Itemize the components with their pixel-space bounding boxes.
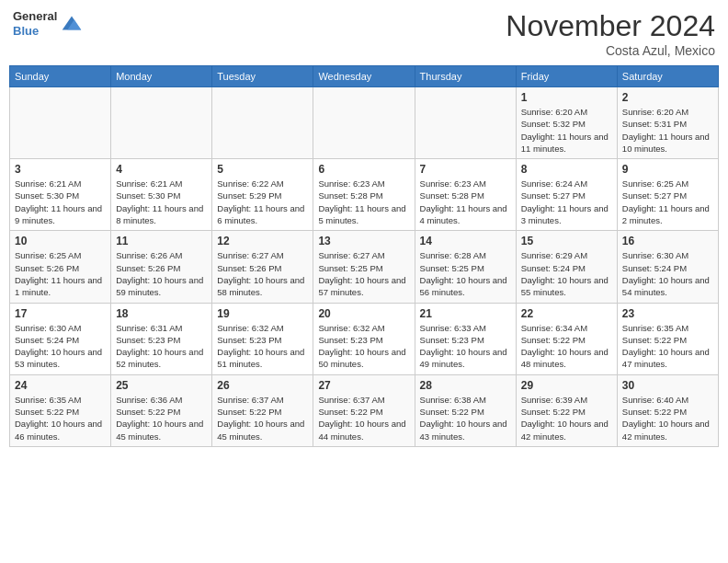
day-number: 21 bbox=[420, 307, 511, 320]
day-number: 6 bbox=[318, 163, 409, 176]
calendar-cell: 26Sunrise: 6:37 AM Sunset: 5:22 PM Dayli… bbox=[212, 374, 313, 446]
day-number: 9 bbox=[622, 163, 713, 176]
day-info: Sunrise: 6:40 AM Sunset: 5:22 PM Dayligh… bbox=[622, 394, 713, 442]
calendar-week-row: 1Sunrise: 6:20 AM Sunset: 5:32 PM Daylig… bbox=[10, 87, 719, 159]
day-info: Sunrise: 6:34 AM Sunset: 5:22 PM Dayligh… bbox=[521, 322, 612, 371]
calendar-cell: 11Sunrise: 6:26 AM Sunset: 5:26 PM Dayli… bbox=[111, 231, 212, 303]
calendar-week-row: 3Sunrise: 6:21 AM Sunset: 5:30 PM Daylig… bbox=[10, 159, 719, 231]
weekday-header: Sunday bbox=[10, 66, 111, 87]
day-info: Sunrise: 6:36 AM Sunset: 5:22 PM Dayligh… bbox=[116, 394, 207, 442]
day-info: Sunrise: 6:21 AM Sunset: 5:30 PM Dayligh… bbox=[15, 178, 106, 226]
day-number: 5 bbox=[217, 163, 308, 176]
day-number: 25 bbox=[116, 379, 207, 392]
day-info: Sunrise: 6:20 AM Sunset: 5:31 PM Dayligh… bbox=[622, 106, 713, 155]
day-info: Sunrise: 6:33 AM Sunset: 5:23 PM Dayligh… bbox=[420, 322, 511, 371]
day-number: 15 bbox=[521, 235, 612, 247]
day-number: 18 bbox=[116, 307, 207, 320]
weekday-header: Tuesday bbox=[212, 66, 313, 87]
calendar-cell: 5Sunrise: 6:22 AM Sunset: 5:29 PM Daylig… bbox=[212, 159, 313, 231]
day-number: 8 bbox=[521, 163, 612, 176]
calendar-cell: 14Sunrise: 6:28 AM Sunset: 5:25 PM Dayli… bbox=[415, 231, 516, 303]
day-info: Sunrise: 6:35 AM Sunset: 5:22 PM Dayligh… bbox=[15, 394, 106, 442]
page-header: General Blue November 2024 Costa Azul, M… bbox=[9, 9, 719, 58]
calendar-table: SundayMondayTuesdayWednesdayThursdayFrid… bbox=[9, 65, 719, 447]
calendar-cell: 21Sunrise: 6:33 AM Sunset: 5:23 PM Dayli… bbox=[415, 303, 516, 374]
calendar-cell: 16Sunrise: 6:30 AM Sunset: 5:24 PM Dayli… bbox=[617, 231, 718, 303]
day-number: 28 bbox=[420, 379, 511, 392]
day-number: 23 bbox=[622, 307, 713, 320]
weekday-header: Friday bbox=[516, 66, 617, 87]
calendar-cell: 19Sunrise: 6:32 AM Sunset: 5:23 PM Dayli… bbox=[212, 303, 313, 374]
calendar-cell: 3Sunrise: 6:21 AM Sunset: 5:30 PM Daylig… bbox=[10, 159, 111, 231]
day-info: Sunrise: 6:37 AM Sunset: 5:22 PM Dayligh… bbox=[318, 394, 409, 442]
day-number: 24 bbox=[15, 379, 106, 392]
weekday-header: Wednesday bbox=[313, 66, 415, 87]
calendar-body: 1Sunrise: 6:20 AM Sunset: 5:32 PM Daylig… bbox=[10, 87, 719, 447]
day-number: 11 bbox=[116, 235, 207, 247]
calendar-cell: 27Sunrise: 6:37 AM Sunset: 5:22 PM Dayli… bbox=[313, 374, 415, 446]
calendar-cell: 13Sunrise: 6:27 AM Sunset: 5:25 PM Dayli… bbox=[313, 231, 415, 303]
day-number: 20 bbox=[318, 307, 409, 320]
calendar-cell: 2Sunrise: 6:20 AM Sunset: 5:31 PM Daylig… bbox=[617, 87, 718, 159]
day-number: 2 bbox=[622, 91, 713, 104]
calendar-week-row: 24Sunrise: 6:35 AM Sunset: 5:22 PM Dayli… bbox=[10, 374, 719, 446]
day-number: 14 bbox=[420, 235, 511, 247]
day-number: 3 bbox=[15, 163, 106, 176]
day-info: Sunrise: 6:22 AM Sunset: 5:29 PM Dayligh… bbox=[217, 178, 308, 226]
calendar-cell: 10Sunrise: 6:25 AM Sunset: 5:26 PM Dayli… bbox=[10, 231, 111, 303]
day-info: Sunrise: 6:30 AM Sunset: 5:24 PM Dayligh… bbox=[622, 249, 713, 298]
day-number: 7 bbox=[420, 163, 511, 176]
day-info: Sunrise: 6:29 AM Sunset: 5:24 PM Dayligh… bbox=[521, 249, 612, 298]
calendar-cell: 9Sunrise: 6:25 AM Sunset: 5:27 PM Daylig… bbox=[617, 159, 718, 231]
title-area: November 2024 Costa Azul, Mexico bbox=[506, 9, 715, 58]
calendar-cell: 15Sunrise: 6:29 AM Sunset: 5:24 PM Dayli… bbox=[516, 231, 617, 303]
weekday-row: SundayMondayTuesdayWednesdayThursdayFrid… bbox=[10, 66, 719, 87]
day-number: 10 bbox=[15, 235, 106, 247]
weekday-header: Monday bbox=[111, 66, 212, 87]
weekday-header: Saturday bbox=[617, 66, 718, 87]
calendar-header: SundayMondayTuesdayWednesdayThursdayFrid… bbox=[10, 66, 719, 87]
logo-blue: Blue bbox=[13, 24, 57, 39]
calendar-cell: 22Sunrise: 6:34 AM Sunset: 5:22 PM Dayli… bbox=[516, 303, 617, 374]
weekday-header: Thursday bbox=[415, 66, 516, 87]
calendar-cell: 30Sunrise: 6:40 AM Sunset: 5:22 PM Dayli… bbox=[617, 374, 718, 446]
day-number: 22 bbox=[521, 307, 612, 320]
calendar-cell: 25Sunrise: 6:36 AM Sunset: 5:22 PM Dayli… bbox=[111, 374, 212, 446]
day-info: Sunrise: 6:38 AM Sunset: 5:22 PM Dayligh… bbox=[420, 394, 511, 442]
logo-icon bbox=[59, 11, 85, 37]
calendar-cell bbox=[212, 87, 313, 159]
day-info: Sunrise: 6:31 AM Sunset: 5:23 PM Dayligh… bbox=[116, 322, 207, 371]
day-info: Sunrise: 6:21 AM Sunset: 5:30 PM Dayligh… bbox=[116, 178, 207, 226]
calendar-cell bbox=[10, 87, 111, 159]
day-info: Sunrise: 6:25 AM Sunset: 5:26 PM Dayligh… bbox=[15, 249, 106, 298]
calendar-cell: 23Sunrise: 6:35 AM Sunset: 5:22 PM Dayli… bbox=[617, 303, 718, 374]
day-info: Sunrise: 6:27 AM Sunset: 5:25 PM Dayligh… bbox=[318, 249, 409, 298]
day-info: Sunrise: 6:30 AM Sunset: 5:24 PM Dayligh… bbox=[15, 322, 106, 371]
day-number: 17 bbox=[15, 307, 106, 320]
calendar-cell: 7Sunrise: 6:23 AM Sunset: 5:28 PM Daylig… bbox=[415, 159, 516, 231]
calendar-cell: 29Sunrise: 6:39 AM Sunset: 5:22 PM Dayli… bbox=[516, 374, 617, 446]
day-number: 13 bbox=[318, 235, 409, 247]
calendar-cell: 4Sunrise: 6:21 AM Sunset: 5:30 PM Daylig… bbox=[111, 159, 212, 231]
calendar-cell: 12Sunrise: 6:27 AM Sunset: 5:26 PM Dayli… bbox=[212, 231, 313, 303]
day-number: 26 bbox=[217, 379, 308, 392]
calendar-week-row: 10Sunrise: 6:25 AM Sunset: 5:26 PM Dayli… bbox=[10, 231, 719, 303]
location: Costa Azul, Mexico bbox=[506, 43, 715, 58]
calendar-week-row: 17Sunrise: 6:30 AM Sunset: 5:24 PM Dayli… bbox=[10, 303, 719, 374]
logo-general: General bbox=[13, 9, 57, 24]
calendar-cell: 1Sunrise: 6:20 AM Sunset: 5:32 PM Daylig… bbox=[516, 87, 617, 159]
day-info: Sunrise: 6:20 AM Sunset: 5:32 PM Dayligh… bbox=[521, 106, 612, 155]
day-info: Sunrise: 6:35 AM Sunset: 5:22 PM Dayligh… bbox=[622, 322, 713, 371]
calendar-cell bbox=[111, 87, 212, 159]
calendar-cell bbox=[313, 87, 415, 159]
day-number: 30 bbox=[622, 379, 713, 392]
month-title: November 2024 bbox=[506, 9, 715, 43]
day-info: Sunrise: 6:39 AM Sunset: 5:22 PM Dayligh… bbox=[521, 394, 612, 442]
day-number: 12 bbox=[217, 235, 308, 247]
calendar-cell: 8Sunrise: 6:24 AM Sunset: 5:27 PM Daylig… bbox=[516, 159, 617, 231]
day-info: Sunrise: 6:28 AM Sunset: 5:25 PM Dayligh… bbox=[420, 249, 511, 298]
day-info: Sunrise: 6:25 AM Sunset: 5:27 PM Dayligh… bbox=[622, 178, 713, 226]
day-number: 4 bbox=[116, 163, 207, 176]
day-number: 16 bbox=[622, 235, 713, 247]
day-number: 27 bbox=[318, 379, 409, 392]
